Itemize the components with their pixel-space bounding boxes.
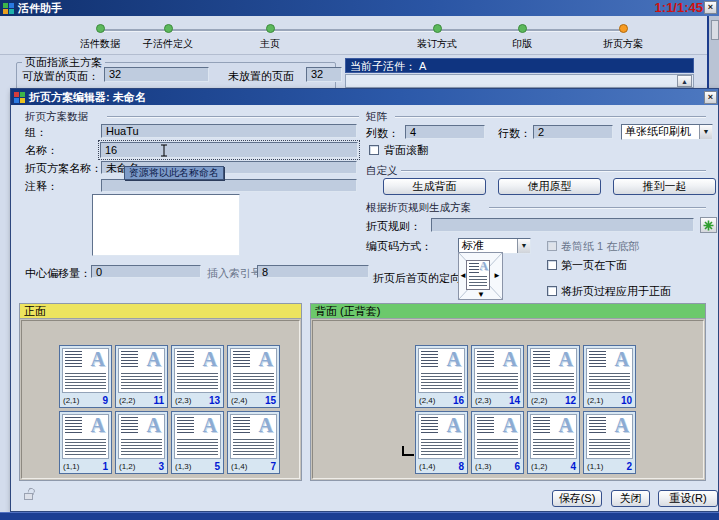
page-caption: (1,1) 2	[587, 460, 632, 472]
page-coord: (2,4)	[231, 396, 247, 405]
letter-a-logo: A	[479, 259, 488, 274]
page-thumbnail[interactable]: A (1,1) 1	[59, 411, 112, 474]
wizard-step-fold-scheme[interactable]: 折页方案	[603, 20, 643, 51]
letter-a-logo: A	[447, 348, 461, 371]
letter-a-logo: A	[447, 414, 461, 437]
letter-a-logo: A	[503, 348, 517, 371]
text-lines	[65, 373, 106, 389]
group-field[interactable]: HuaTu	[101, 124, 357, 138]
orientation-button[interactable]: A ◄ ► ▼	[458, 252, 503, 300]
back-panel-body: A (2,4) 16 A (2,3) 14 A (2,2) 12 A	[312, 320, 704, 479]
page-number: 10	[621, 395, 632, 406]
letter-a-logo: A	[203, 348, 217, 371]
unplaced-pages-label: 未放置的页面	[228, 70, 294, 83]
page-number: 6	[514, 461, 520, 472]
use-prototype-button[interactable]: 使用原型	[498, 178, 601, 195]
columns-field[interactable]: 4	[405, 125, 485, 139]
page-coord: (1,3)	[475, 462, 491, 471]
background-window-widget	[711, 20, 719, 40]
backflip-checkbox[interactable]	[369, 145, 379, 155]
text-lines	[421, 373, 462, 389]
dropdown-arrow-icon[interactable]: ▼	[699, 125, 712, 139]
text-lines	[477, 351, 494, 368]
page-thumbnail[interactable]: A (1,2) 4	[527, 411, 580, 474]
page-thumbnail[interactable]: A (2,2) 11	[115, 345, 168, 408]
page-thumbnail[interactable]: A (1,3) 6	[471, 411, 524, 474]
wizard-step-subjob-definition[interactable]: 子活件定义	[143, 20, 193, 51]
subjob-list[interactable]	[345, 74, 694, 88]
lock-body	[24, 493, 33, 500]
main-titlebar[interactable]: 活件助手	[0, 0, 719, 16]
page-thumbnail[interactable]: A (2,3) 13	[171, 345, 224, 408]
page-thumbnail[interactable]: A (2,4) 16	[415, 345, 468, 408]
page-thumbnail[interactable]: A (1,2) 3	[115, 411, 168, 474]
page-thumbnail[interactable]: A (1,1) 2	[583, 411, 636, 474]
front-page-grid: A (2,1) 9 A (2,2) 11 A (2,3) 13 A	[59, 345, 280, 474]
page-preview: A	[118, 414, 165, 459]
reset-button[interactable]: 重设(R)	[658, 490, 718, 507]
app-icon	[3, 3, 14, 14]
center-offset-label: 中心偏移量：	[25, 267, 91, 280]
wizard-step-job-data[interactable]: 活件数据	[80, 20, 120, 51]
page-thumbnail[interactable]: A (2,1) 10	[583, 345, 636, 408]
wizard-step-plate[interactable]: 印版	[512, 20, 532, 51]
dialog-close-icon[interactable]: ×	[704, 91, 717, 104]
close-button[interactable]: 关闭	[611, 490, 650, 507]
page-thumbnail[interactable]: A (1,4) 8	[415, 411, 468, 474]
comment-field[interactable]	[101, 179, 357, 192]
letter-a-logo: A	[91, 348, 105, 371]
taskbar[interactable]	[0, 512, 719, 520]
text-lines	[469, 276, 487, 288]
group-divider	[489, 207, 706, 208]
page-thumbnail[interactable]: A (1,4) 7	[227, 411, 280, 474]
page-thumbnail[interactable]: A (2,4) 15	[227, 345, 280, 408]
fold-rule-field[interactable]	[431, 218, 694, 232]
matrix-group-title: 矩阵	[366, 110, 387, 124]
page-number: 5	[214, 461, 220, 472]
insert-index-field[interactable]: 8	[257, 265, 369, 278]
rows-field[interactable]: 2	[533, 125, 613, 139]
text-lines	[477, 439, 518, 455]
page-preview: A	[586, 414, 633, 459]
fold-scheme-dialog: 折页方案编辑器: 未命名 × 折页方案数据 组： HuaTu 名称： 16 折页…	[10, 88, 719, 512]
page-thumbnail[interactable]: A (2,3) 14	[471, 345, 524, 408]
letter-a-logo: A	[615, 348, 629, 371]
add-rule-button[interactable]	[700, 217, 717, 233]
wizard-step-binding[interactable]: 装订方式	[417, 20, 457, 51]
page-coord: (2,1)	[63, 396, 79, 405]
page-coord: (2,4)	[419, 396, 435, 405]
background-window-edge[interactable]	[707, 16, 719, 88]
text-lines	[65, 417, 82, 434]
page-coord: (1,4)	[419, 462, 435, 471]
page-coord: (2,2)	[531, 396, 547, 405]
group-divider	[395, 116, 706, 117]
press-dropdown[interactable]: 单张纸印刷机 ▼	[621, 124, 713, 140]
wizard-step-master-page[interactable]: 主页	[260, 20, 280, 51]
dropdown-arrow-icon[interactable]: ▼	[517, 239, 530, 253]
apply-fold-front-label: 将折页过程应用于正面	[561, 285, 671, 298]
page-thumbnail[interactable]: A (2,2) 12	[527, 345, 580, 408]
page-thumbnail[interactable]: A (2,1) 9	[59, 345, 112, 408]
text-lines	[233, 373, 274, 389]
lock-open-icon[interactable]	[23, 488, 37, 502]
page-preview: A	[118, 348, 165, 393]
dialog-titlebar[interactable]: 折页方案编辑器: 未命名	[11, 89, 718, 105]
apply-fold-front-checkbox[interactable]	[547, 286, 557, 296]
first-page-below-checkbox[interactable]	[547, 260, 557, 270]
rows-label: 行数：	[498, 127, 531, 140]
push-together-button[interactable]: 推到一起	[613, 178, 716, 195]
web-bottom-checkbox[interactable]	[547, 241, 557, 251]
center-offset-field[interactable]: 0	[91, 265, 201, 278]
page-thumbnail[interactable]: A (1,3) 5	[171, 411, 224, 474]
main-close-icon[interactable]: ×	[704, 1, 717, 14]
columns-label: 列数：	[366, 127, 399, 140]
unplaced-pages-field[interactable]: 32	[306, 67, 342, 82]
page-number: 14	[509, 395, 520, 406]
comment-textarea[interactable]	[92, 194, 240, 256]
name-field[interactable]: 16	[100, 142, 358, 158]
page-preview: A	[530, 414, 577, 459]
save-button[interactable]: 保存(S)	[552, 490, 602, 507]
placeable-pages-field[interactable]: 32	[104, 67, 209, 82]
scroll-up-icon[interactable]: ▲	[677, 75, 692, 87]
generate-back-button[interactable]: 生成背面	[383, 178, 486, 195]
